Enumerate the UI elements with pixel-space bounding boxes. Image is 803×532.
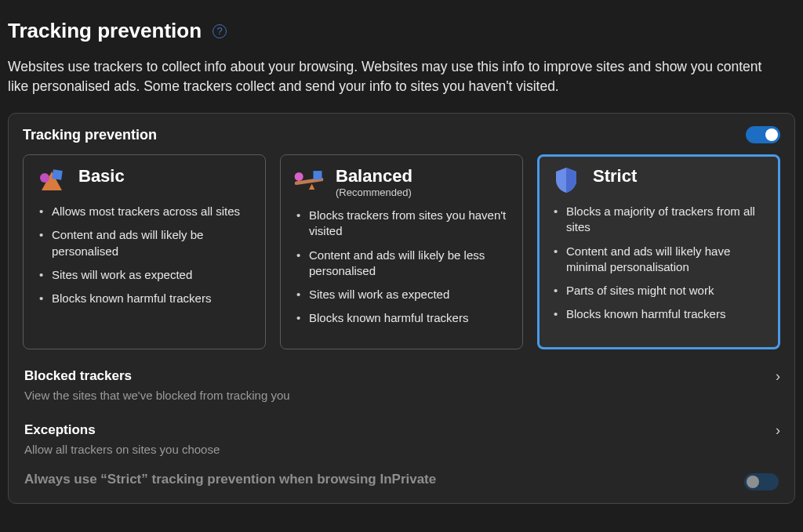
level-card-strict[interactable]: StrictBlocks a majority of trackers from… bbox=[537, 154, 780, 349]
blocked-row-title: Blocked trackers bbox=[24, 368, 779, 384]
exceptions-row-title: Exceptions bbox=[24, 422, 779, 438]
inprivate-strict-row: Always use “Strict” tracking prevention … bbox=[23, 467, 780, 494]
page-description: Websites use trackers to collect info ab… bbox=[8, 57, 776, 96]
tracking-prevention-panel: Tracking prevention BasicAllows most tra… bbox=[8, 113, 795, 504]
level-bullet: Content and ads will likely be less pers… bbox=[296, 248, 510, 280]
level-bullet: Content and ads will likely have minimal… bbox=[554, 244, 767, 276]
level-bullet: Content and ads will likely be personali… bbox=[39, 227, 253, 259]
blocked-row[interactable]: Blocked trackersView the sites that we'v… bbox=[23, 364, 780, 413]
svg-rect-6 bbox=[314, 171, 322, 179]
level-title: Balanced bbox=[336, 166, 412, 186]
basic-shapes-icon bbox=[35, 167, 68, 194]
level-subtitle: (Recommended) bbox=[336, 186, 412, 198]
level-bullet: Blocks trackers from sites you haven't v… bbox=[296, 208, 510, 240]
level-title: Basic bbox=[78, 166, 125, 186]
basic-icon bbox=[35, 166, 69, 194]
exceptions-row-subtitle: Allow all trackers on sites you choose bbox=[24, 443, 779, 456]
panel-header: Tracking prevention bbox=[23, 127, 157, 143]
level-bullet: Blocks known harmful trackers bbox=[554, 306, 767, 322]
level-bullet: Sites will work as expected bbox=[39, 267, 253, 283]
svg-rect-2 bbox=[52, 169, 63, 180]
help-icon[interactable]: ? bbox=[213, 24, 227, 38]
blocked-row-subtitle: View the sites that we've blocked from t… bbox=[24, 389, 779, 402]
level-bullet: Allows most trackers across all sites bbox=[39, 204, 253, 219]
level-bullet: Blocks known harmful trackers bbox=[296, 310, 510, 326]
tracking-prevention-toggle[interactable] bbox=[746, 126, 780, 143]
strict-icon bbox=[549, 166, 583, 194]
balance-scale-icon bbox=[292, 167, 326, 194]
level-card-balanced[interactable]: Balanced(Recommended)Blocks trackers fro… bbox=[280, 154, 523, 349]
level-bullet: Blocks known harmful trackers bbox=[39, 291, 253, 306]
level-bullets: Blocks a majority of trackers from all s… bbox=[549, 204, 768, 323]
inprivate-strict-toggle bbox=[744, 473, 779, 490]
shield-icon bbox=[553, 166, 580, 194]
chevron-right-icon: › bbox=[776, 368, 780, 385]
chevron-right-icon: › bbox=[776, 422, 780, 439]
level-bullet: Parts of sites might not work bbox=[554, 283, 767, 299]
level-bullets: Allows most trackers across all sitesCon… bbox=[35, 204, 254, 306]
level-title: Strict bbox=[593, 166, 637, 186]
svg-marker-3 bbox=[309, 184, 314, 190]
inprivate-strict-label: Always use “Strict” tracking prevention … bbox=[24, 472, 436, 487]
svg-point-5 bbox=[295, 172, 303, 181]
balanced-icon bbox=[292, 166, 326, 194]
page-title: Tracking prevention bbox=[8, 19, 202, 43]
exceptions-row[interactable]: ExceptionsAllow all trackers on sites yo… bbox=[23, 418, 780, 467]
svg-point-1 bbox=[40, 173, 49, 183]
level-bullets: Blocks trackers from sites you haven't v… bbox=[292, 208, 511, 327]
level-card-basic[interactable]: BasicAllows most trackers across all sit… bbox=[23, 154, 266, 349]
level-bullet: Blocks a majority of trackers from all s… bbox=[554, 204, 767, 236]
level-bullet: Sites will work as expected bbox=[296, 287, 510, 302]
